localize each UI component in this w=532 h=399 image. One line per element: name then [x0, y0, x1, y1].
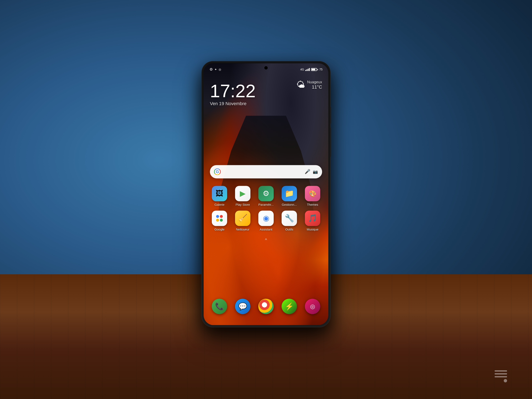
- app-grid: 🖼 Galerie ▶ Play Store: [204, 186, 328, 235]
- playstore-label: Play Store: [235, 203, 250, 206]
- dock-chrome[interactable]: [258, 299, 274, 314]
- parametres-label: Paramètr...: [258, 203, 273, 206]
- galerie-icon: 🖼: [212, 186, 227, 201]
- date-display: Ven 19 Novembre: [210, 101, 322, 106]
- dock-turbo[interactable]: ⚡: [282, 299, 297, 314]
- dock-mibrowser[interactable]: ◎: [305, 299, 320, 314]
- phone-wrapper: ⚙ ✦ ◎ 4G: [202, 61, 330, 327]
- musique-label: Musique: [307, 228, 319, 231]
- gestion-label: Gestionn...: [282, 203, 297, 206]
- camera-notch: [264, 66, 268, 70]
- themes-label: Themes: [307, 203, 318, 206]
- 4g-label: 4G: [300, 68, 304, 71]
- outils-icon: 🔧: [282, 210, 297, 226]
- nettoyeur-label: Nettoyeur: [236, 228, 249, 231]
- home-info: 17:22 Ven 19 Novembre: [204, 78, 328, 111]
- outils-label: Outils: [285, 228, 293, 231]
- assistant-icon: ◉: [258, 210, 274, 226]
- gestion-icon: 📁: [282, 186, 297, 201]
- app-musique[interactable]: 🎵 Musique: [302, 210, 323, 231]
- chrome-icon: [258, 299, 274, 314]
- microphone-icon[interactable]: 🎤: [305, 169, 310, 174]
- phone-screen: ⚙ ✦ ◎ 4G: [204, 63, 328, 325]
- parametres-icon: ⚙: [258, 186, 274, 201]
- search-bar[interactable]: G 🎤 📷: [210, 165, 322, 178]
- messages-icon: 💬: [235, 299, 250, 314]
- google-icon: [212, 210, 227, 226]
- watermark-line-1: [494, 370, 507, 372]
- musique-icon: 🎵: [305, 210, 320, 226]
- google-logo: G: [214, 168, 221, 175]
- turbo-icon: ⚡: [282, 299, 297, 314]
- app-playstore[interactable]: ▶ Play Store: [232, 186, 253, 206]
- phone-icon: 📞: [212, 299, 227, 314]
- google-label: Google: [215, 228, 224, 231]
- dock-phone[interactable]: 📞: [212, 299, 227, 314]
- app-assistant[interactable]: ◉ Assistant: [256, 210, 276, 231]
- app-parametres[interactable]: ⚙ Paramètr...: [256, 186, 276, 206]
- battery-percentage: 75: [319, 68, 323, 71]
- camera-search-icon[interactable]: 📷: [313, 169, 318, 174]
- watermark-dot: [504, 379, 507, 382]
- dock-messages[interactable]: 💬: [235, 299, 250, 314]
- app-row-2: Google 🧹 Nettoyeur ◉: [208, 210, 324, 231]
- status-right-icons: 4G 75: [300, 68, 323, 71]
- dock: 📞 💬 ⚡: [208, 296, 324, 317]
- app-nettoyeur[interactable]: 🧹 Nettoyeur: [232, 210, 253, 231]
- phone-body: ⚙ ✦ ◎ 4G: [202, 61, 330, 327]
- watermark-line-2: [494, 373, 507, 374]
- nettoyeur-icon: 🧹: [235, 210, 250, 226]
- app-galerie[interactable]: 🖼 Galerie: [209, 186, 230, 206]
- app-row-1: 🖼 Galerie ▶ Play Store: [208, 186, 324, 206]
- playstore-icon: ▶: [235, 186, 250, 201]
- location-icon: ◎: [219, 68, 221, 71]
- battery-indicator: [311, 68, 318, 71]
- drawer-handle[interactable]: ^: [265, 238, 267, 242]
- watermark: [494, 370, 507, 382]
- mibrowser-icon: ◎: [305, 299, 320, 314]
- galerie-label: Galerie: [215, 203, 224, 206]
- app-outils[interactable]: 🔧 Outils: [279, 210, 300, 231]
- themes-icon: 🎨: [305, 186, 320, 201]
- status-left-icons: ⚙ ✦ ◎: [209, 67, 221, 72]
- app-google[interactable]: Google: [209, 210, 230, 231]
- signal-bars: [305, 68, 310, 71]
- chevron-up-icon: ^: [265, 238, 267, 242]
- assistant-label: Assistant: [260, 228, 272, 231]
- scene: ⚙ ✦ ◎ 4G: [0, 0, 532, 399]
- time-display: 17:22: [210, 82, 322, 100]
- app-gestion[interactable]: 📁 Gestionn...: [279, 186, 300, 206]
- watermark-line-3: [494, 376, 507, 377]
- settings-shortcut-icon: ⚙: [209, 67, 213, 72]
- gear-icon: ✦: [215, 68, 217, 71]
- app-themes[interactable]: 🎨 Themes: [302, 186, 323, 206]
